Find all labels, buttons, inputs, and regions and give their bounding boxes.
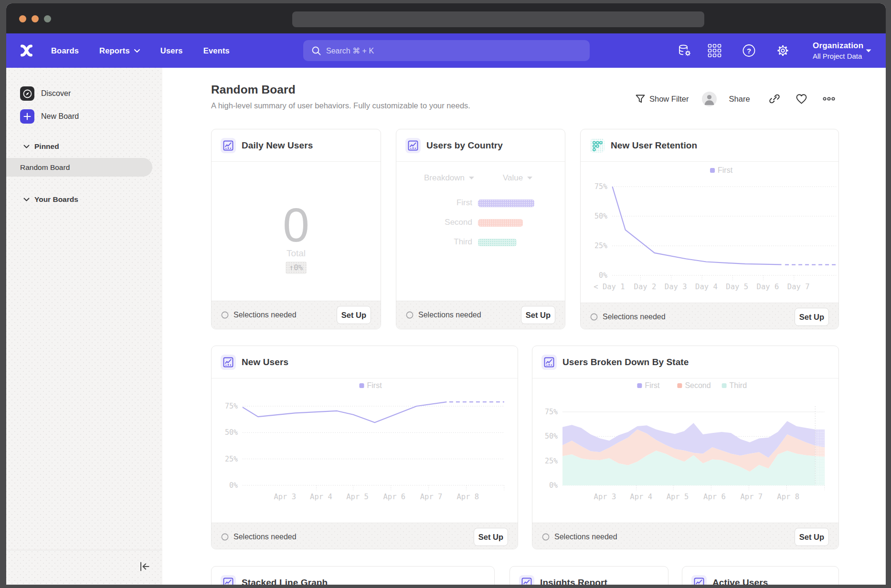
nav-item-events[interactable]: Events bbox=[203, 46, 230, 55]
caret-down-icon bbox=[527, 176, 533, 180]
selections-needed-status: Selections needed bbox=[221, 533, 297, 541]
avatar[interactable] bbox=[702, 92, 717, 106]
svg-text:Apr 6: Apr 6 bbox=[703, 493, 726, 501]
svg-text:50%: 50% bbox=[225, 428, 238, 437]
search-input[interactable]: Search ⌘ + K bbox=[303, 40, 590, 61]
nav-item-boards[interactable]: Boards bbox=[51, 46, 79, 55]
set-up-button[interactable]: Set Up bbox=[337, 306, 371, 324]
insights-chart-icon bbox=[221, 576, 235, 585]
card-title: Daily New Users bbox=[242, 140, 313, 151]
breakdown-dropdown[interactable]: Breakdown bbox=[424, 173, 475, 183]
card-footer: Selections needed Set Up bbox=[212, 301, 381, 329]
svg-text:Third: Third bbox=[730, 381, 747, 389]
svg-text:Apr 8: Apr 8 bbox=[456, 493, 479, 501]
board-content: Random Board A high-level summary of use… bbox=[162, 68, 886, 585]
insights-chart-icon bbox=[520, 576, 534, 585]
window-minimize-button[interactable] bbox=[32, 15, 39, 22]
card-title: New Users bbox=[242, 357, 288, 368]
metric-delta-badge: ↑0% bbox=[286, 262, 307, 274]
org-switcher[interactable]: Organization All Project Data bbox=[813, 41, 863, 60]
card-daily-new-users: Daily New Users 0 Total ↑0% Selections n… bbox=[211, 129, 381, 329]
nav-menu: Boards Reports Users Events bbox=[51, 33, 230, 68]
svg-text:Apr 4: Apr 4 bbox=[630, 493, 652, 501]
more-options-icon[interactable] bbox=[823, 96, 835, 101]
page-subtitle: A high-level summary of user behaviors. … bbox=[211, 101, 470, 110]
svg-text:Day 3: Day 3 bbox=[665, 283, 687, 291]
copy-link-icon[interactable] bbox=[769, 93, 780, 105]
app-window: Boards Reports Users Events Search ⌘ + K bbox=[6, 3, 886, 585]
svg-text:50%: 50% bbox=[545, 432, 558, 441]
caret-down-icon bbox=[468, 176, 475, 180]
nav-item-reports[interactable]: Reports bbox=[99, 46, 140, 55]
set-up-button[interactable]: Set Up bbox=[795, 308, 829, 326]
card-users-by-country: Users by Country Breakdown Value FirstSe bbox=[396, 129, 565, 329]
chevron-down-icon bbox=[134, 49, 140, 52]
mixpanel-logo-icon[interactable] bbox=[20, 44, 33, 57]
users-by-state-area-chart: 75%50%25%0%Apr 3Apr 4Apr 5Apr 6Apr 7Apr … bbox=[532, 378, 838, 521]
country-bar-row: First bbox=[396, 200, 565, 207]
card-footer: Selections needed Set Up bbox=[212, 523, 518, 549]
card-footer: Selections needed Set Up bbox=[396, 301, 565, 329]
svg-text:0%: 0% bbox=[549, 481, 558, 490]
svg-text:75%: 75% bbox=[594, 182, 607, 191]
card-title: Insights Report bbox=[540, 578, 607, 585]
help-icon[interactable]: ? bbox=[742, 44, 755, 57]
svg-text:Apr 7: Apr 7 bbox=[740, 493, 763, 501]
radio-circle-icon bbox=[221, 533, 229, 541]
set-up-button[interactable]: Set Up bbox=[474, 528, 508, 546]
svg-text:Day 2: Day 2 bbox=[634, 283, 657, 291]
card-title: Users by Country bbox=[426, 140, 503, 151]
chevron-down-icon bbox=[23, 198, 30, 201]
window-close-button[interactable] bbox=[19, 15, 26, 22]
svg-text:Apr 4: Apr 4 bbox=[310, 493, 332, 501]
nav-item-users[interactable]: Users bbox=[160, 46, 183, 55]
selections-needed-status: Selections needed bbox=[221, 311, 297, 319]
board-actions: Show Filter Share bbox=[635, 91, 835, 106]
sidebar-item-new-board[interactable]: New Board bbox=[20, 109, 79, 124]
browser-address-bar[interactable] bbox=[292, 11, 704, 27]
svg-text:Apr 5: Apr 5 bbox=[667, 493, 689, 501]
card-stacked-line-graph: Stacked Line Graph bbox=[211, 566, 495, 585]
svg-text:?: ? bbox=[747, 47, 751, 55]
discover-compass-icon bbox=[20, 86, 34, 101]
apps-grid-icon[interactable] bbox=[708, 44, 721, 58]
card-title: Stacked Line Graph bbox=[242, 578, 328, 585]
sidebar-section-your-boards[interactable]: Your Boards bbox=[23, 195, 78, 204]
country-bar-row: Second bbox=[396, 219, 565, 227]
insights-chart-icon bbox=[221, 355, 235, 369]
plus-icon bbox=[20, 109, 34, 124]
collapse-sidebar-icon[interactable] bbox=[138, 560, 151, 573]
card-new-user-retention: New User Retention 75%50%25%0%< Day 1Day… bbox=[580, 129, 839, 329]
window-zoom-button[interactable] bbox=[44, 15, 51, 22]
share-button[interactable]: Share bbox=[729, 94, 750, 104]
sidebar-item-random-board[interactable]: Random Board bbox=[6, 158, 152, 177]
svg-text:Apr 6: Apr 6 bbox=[383, 493, 406, 501]
svg-text:Apr 3: Apr 3 bbox=[274, 493, 296, 501]
set-up-button[interactable]: Set Up bbox=[521, 306, 555, 324]
card-title: Users Broken Down By State bbox=[562, 357, 689, 368]
data-management-icon[interactable] bbox=[678, 44, 691, 57]
svg-text:First: First bbox=[718, 166, 733, 174]
svg-text:75%: 75% bbox=[545, 408, 558, 416]
favorite-heart-icon[interactable] bbox=[796, 94, 807, 105]
sidebar-section-pinned[interactable]: Pinned bbox=[23, 142, 59, 151]
value-dropdown[interactable]: Value bbox=[503, 173, 533, 183]
filter-funnel-icon[interactable] bbox=[635, 94, 646, 104]
svg-text:25%: 25% bbox=[545, 457, 558, 465]
svg-text:0%: 0% bbox=[229, 481, 238, 490]
svg-text:50%: 50% bbox=[594, 212, 607, 220]
users-by-country-chart: Breakdown Value FirstSecondThird bbox=[396, 162, 565, 301]
svg-text:< Day 1: < Day 1 bbox=[594, 283, 625, 291]
settings-gear-icon[interactable] bbox=[776, 44, 789, 57]
search-placeholder: Search ⌘ + K bbox=[326, 46, 374, 55]
org-name: Organization bbox=[813, 41, 863, 51]
card-insights-report: Insights Report bbox=[509, 566, 668, 585]
sidebar: Discover New Board Pinned Random Board Y… bbox=[6, 68, 162, 585]
selections-needed-status: Selections needed bbox=[590, 313, 666, 321]
bar-third bbox=[478, 239, 517, 246]
top-navbar: Boards Reports Users Events Search ⌘ + K bbox=[6, 33, 886, 68]
radio-circle-icon bbox=[590, 313, 598, 321]
set-up-button[interactable]: Set Up bbox=[795, 528, 829, 546]
sidebar-item-discover[interactable]: Discover bbox=[20, 86, 71, 101]
show-filter-button[interactable]: Show Filter bbox=[649, 94, 689, 104]
